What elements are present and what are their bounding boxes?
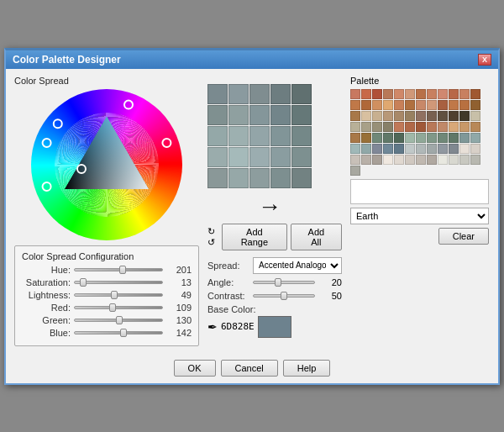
palette-cell-49[interactable] <box>361 133 371 143</box>
palette-cell-80[interactable] <box>438 155 448 165</box>
palette-cell-12[interactable] <box>350 100 360 110</box>
grid-cell-14[interactable] <box>291 126 312 146</box>
grid-cell-2[interactable] <box>249 84 270 104</box>
eyedropper-icon[interactable]: ✒ <box>207 320 218 334</box>
palette-cell-29[interactable] <box>405 111 415 121</box>
palette-cell-36[interactable] <box>350 122 360 132</box>
palette-cell-45[interactable] <box>449 122 459 132</box>
grid-cell-7[interactable] <box>249 105 270 125</box>
palette-cell-17[interactable] <box>405 100 415 110</box>
palette-cell-81[interactable] <box>449 155 459 165</box>
palette-cell-46[interactable] <box>459 122 470 132</box>
grid-cell-0[interactable] <box>207 84 228 104</box>
grid-cell-19[interactable] <box>291 147 312 167</box>
grid-cell-6[interactable] <box>228 105 249 125</box>
grid-cell-24[interactable] <box>291 168 312 188</box>
palette-cell-48[interactable] <box>350 133 360 143</box>
palette-cell-50[interactable] <box>372 133 382 143</box>
palette-cell-22[interactable] <box>459 100 470 110</box>
palette-cell-8[interactable] <box>438 89 448 99</box>
palette-cell-15[interactable] <box>383 100 393 110</box>
palette-cell-28[interactable] <box>394 111 404 121</box>
palette-cell-73[interactable] <box>361 155 371 165</box>
palette-cell-10[interactable] <box>459 89 470 99</box>
grid-cell-3[interactable] <box>270 84 291 104</box>
palette-cell-41[interactable] <box>405 122 415 132</box>
palette-cell-78[interactable] <box>416 155 426 165</box>
palette-cell-40[interactable] <box>394 122 404 132</box>
palette-cell-43[interactable] <box>427 122 437 132</box>
angle-slider[interactable] <box>253 281 315 284</box>
grid-cell-9[interactable] <box>291 105 312 125</box>
cancel-button[interactable]: Cancel <box>221 360 278 377</box>
palette-cell-5[interactable] <box>405 89 415 99</box>
palette-cell-33[interactable] <box>449 111 459 121</box>
palette-cell-83[interactable] <box>470 155 480 165</box>
field-slider-1[interactable] <box>74 281 163 284</box>
palette-cell-75[interactable] <box>383 155 393 165</box>
grid-cell-20[interactable] <box>207 168 228 188</box>
contrast-slider[interactable] <box>253 294 315 298</box>
grid-cell-23[interactable] <box>270 168 291 188</box>
palette-cell-76[interactable] <box>394 155 404 165</box>
palette-cell-56[interactable] <box>438 133 448 143</box>
palette-cell-67[interactable] <box>427 144 437 154</box>
field-slider-2[interactable] <box>74 293 163 297</box>
palette-cell-82[interactable] <box>459 155 470 165</box>
grid-cell-22[interactable] <box>249 168 270 188</box>
palette-cell-24[interactable] <box>350 111 360 121</box>
grid-cell-21[interactable] <box>228 168 249 188</box>
grid-cell-17[interactable] <box>249 147 270 167</box>
palette-cell-58[interactable] <box>459 133 470 143</box>
palette-cell-21[interactable] <box>449 100 459 110</box>
field-slider-4[interactable] <box>74 319 163 322</box>
grid-cell-11[interactable] <box>228 126 249 146</box>
palette-cell-44[interactable] <box>438 122 448 132</box>
grid-cell-16[interactable] <box>228 147 249 167</box>
palette-cell-64[interactable] <box>394 144 404 154</box>
grid-cell-5[interactable] <box>207 105 228 125</box>
close-button[interactable]: X <box>478 54 491 66</box>
palette-cell-3[interactable] <box>383 89 393 99</box>
field-slider-3[interactable] <box>74 306 163 309</box>
help-button[interactable]: Help <box>283 360 331 377</box>
palette-cell-18[interactable] <box>416 100 426 110</box>
palette-cell-68[interactable] <box>438 144 448 154</box>
palette-cell-59[interactable] <box>470 133 480 143</box>
palette-cell-11[interactable] <box>470 89 480 99</box>
palette-cell-19[interactable] <box>427 100 437 110</box>
palette-cell-72[interactable] <box>350 155 360 165</box>
add-all-button[interactable]: Add All <box>291 224 342 250</box>
palette-cell-20[interactable] <box>438 100 448 110</box>
palette-cell-47[interactable] <box>470 122 480 132</box>
palette-cell-54[interactable] <box>416 133 426 143</box>
palette-cell-42[interactable] <box>416 122 426 132</box>
grid-cell-18[interactable] <box>270 147 291 167</box>
grid-cell-13[interactable] <box>270 126 291 146</box>
ok-button[interactable]: OK <box>174 360 216 377</box>
palette-cell-51[interactable] <box>383 133 393 143</box>
palette-cell-61[interactable] <box>361 144 371 154</box>
palette-cell-34[interactable] <box>459 111 470 121</box>
palette-cell-32[interactable] <box>438 111 448 121</box>
clear-button[interactable]: Clear <box>438 228 489 245</box>
palette-cell-70[interactable] <box>459 144 470 154</box>
grid-cell-8[interactable] <box>270 105 291 125</box>
add-range-button[interactable]: Add Range <box>222 224 287 250</box>
color-wheel-container[interactable] <box>31 89 182 240</box>
palette-cell-31[interactable] <box>427 111 437 121</box>
grid-cell-12[interactable] <box>249 126 270 146</box>
palette-cell-60[interactable] <box>350 144 360 154</box>
palette-cell-53[interactable] <box>405 133 415 143</box>
palette-cell-37[interactable] <box>361 122 371 132</box>
grid-cell-15[interactable] <box>207 147 228 167</box>
palette-cell-23[interactable] <box>470 100 480 110</box>
palette-cell-63[interactable] <box>383 144 393 154</box>
grid-cell-10[interactable] <box>207 126 228 146</box>
palette-cell-84[interactable] <box>350 166 360 176</box>
field-slider-0[interactable] <box>74 268 163 271</box>
palette-cell-6[interactable] <box>416 89 426 99</box>
palette-cell-30[interactable] <box>416 111 426 121</box>
palette-cell-74[interactable] <box>372 155 382 165</box>
palette-cell-26[interactable] <box>372 111 382 121</box>
